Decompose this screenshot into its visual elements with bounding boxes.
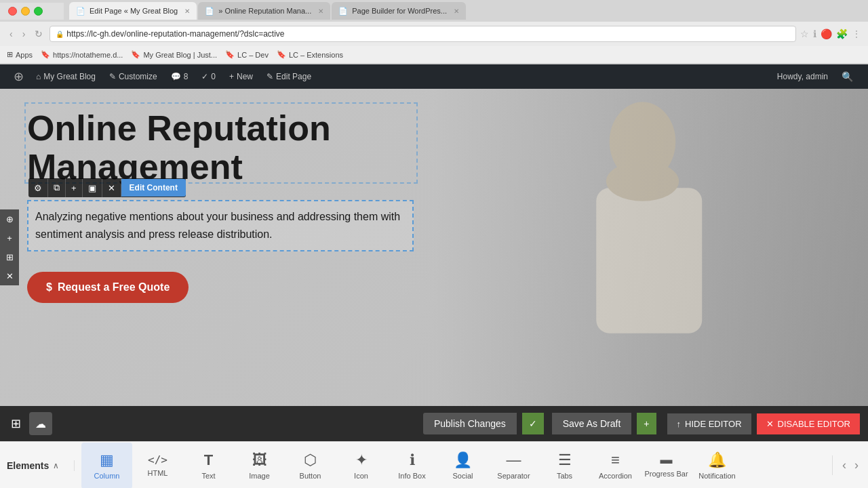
left-ctrl-grid[interactable]: ⊞ — [0, 247, 19, 266]
admin-search-button[interactable]: 🔍 — [835, 71, 860, 82]
element-html[interactable]: </> HTML — [132, 443, 183, 489]
panel-next-button[interactable]: › — [852, 455, 861, 475]
lcext-icon: 🔖 — [277, 50, 286, 59]
panel-prev-button[interactable]: ‹ — [840, 455, 849, 475]
element-icon[interactable]: ✦ Icon — [336, 443, 387, 489]
toolbar-settings-btn[interactable]: ⚙ — [28, 179, 48, 197]
element-accordion[interactable]: ≡ Accordion — [590, 443, 641, 489]
hide-editor-button[interactable]: ↑ HIDE EDITOR — [667, 413, 751, 434]
element-tabs[interactable]: ☰ Tabs — [539, 443, 590, 489]
publish-changes-button[interactable]: Publish Changes — [423, 413, 517, 434]
svg-rect-1 — [596, 188, 702, 333]
traffic-light-red[interactable] — [8, 7, 17, 16]
admin-bar-pending[interactable]: ✓ 0 — [195, 64, 222, 89]
toolbar-add-btn[interactable]: + — [66, 179, 83, 197]
apps-icon: ⊞ — [7, 50, 13, 59]
pending-count: 0 — [211, 72, 216, 81]
disable-editor-button[interactable]: ✕ DISABLE EDITOR — [757, 413, 860, 434]
howdy-text: Howdy, admin — [770, 72, 835, 81]
bookmark-apps[interactable]: ⊞ Apps — [7, 50, 33, 59]
cta-label: Request a Free Quote — [58, 281, 170, 293]
back-button[interactable]: ‹ — [7, 27, 16, 41]
admin-bar-new[interactable]: + New — [222, 64, 260, 89]
tab-close-3[interactable]: ✕ — [454, 7, 459, 15]
hide-editor-icon: ↑ — [677, 419, 682, 429]
element-image[interactable]: 🖼 Image — [234, 443, 285, 489]
bookmark-notatheme[interactable]: 🔖 https://notatheme.d... — [41, 50, 123, 59]
element-notification[interactable]: 🔔 Notification — [692, 443, 743, 489]
toolbar-layout-btn[interactable]: ▣ — [83, 179, 102, 197]
extension-icon[interactable]: 🔴 — [821, 28, 832, 39]
cta-icon: $ — [46, 281, 52, 293]
admin-bar-site[interactable]: ⌂ My Great Blog — [29, 64, 102, 89]
bookmark-lcext[interactable]: 🔖 LC – Extensions — [277, 50, 343, 59]
progressbar-icon: ▬ — [660, 453, 673, 467]
extensions-button[interactable]: 🧩 — [836, 28, 848, 39]
text-element[interactable]: ⚙ ⧉ + ▣ ✕ Edit Content Analyzing negativ… — [27, 200, 414, 251]
image-icon: 🖼 — [252, 451, 267, 469]
save-draft-button[interactable]: Save As Draft — [552, 413, 632, 434]
refresh-button[interactable]: ↻ — [32, 27, 45, 41]
publish-confirm-button[interactable]: ✓ — [522, 413, 544, 434]
admin-bar-comments[interactable]: 💬 8 — [164, 64, 195, 89]
forward-button[interactable]: › — [20, 27, 28, 41]
edit-content-button[interactable]: Edit Content — [121, 179, 186, 197]
tab-close-1[interactable]: ✕ — [184, 7, 190, 15]
traffic-light-green[interactable] — [34, 7, 43, 16]
element-text[interactable]: T Text — [183, 443, 234, 489]
page-builder-area: ⊕ + ⊞ ✕ Online Reputation Management ⚙ ⧉… — [0, 89, 868, 406]
hero-content: Online Reputation Management ⚙ ⧉ + ▣ ✕ E… — [0, 89, 441, 323]
tab-close-2[interactable]: ✕ — [318, 7, 323, 15]
html-label: HTML — [148, 469, 168, 477]
element-social[interactable]: 👤 Social — [437, 443, 488, 489]
element-button[interactable]: ⬡ Button — [285, 443, 336, 489]
home-icon: ⌂ — [36, 72, 41, 81]
browser-tab-1[interactable]: 📄 Edit Page « My Great Blog ✕ — [69, 2, 197, 20]
admin-bar-editpage[interactable]: ✎ Edit Page — [260, 64, 318, 89]
tabs-icon: ☰ — [558, 451, 572, 469]
column-label: Column — [94, 472, 120, 480]
edit-icon: ✎ — [267, 72, 273, 81]
toolbar-delete-btn[interactable]: ✕ — [102, 179, 121, 197]
hide-editor-label: HIDE EDITOR — [685, 419, 742, 429]
lcdev-icon: 🔖 — [225, 50, 235, 59]
menu-button[interactable]: ⋮ — [852, 28, 861, 39]
tab-label-2: » Online Reputation Mana... — [218, 7, 311, 15]
pb-cloud-button[interactable]: ☁ — [29, 412, 52, 435]
text-label: Text — [201, 472, 215, 480]
bookmark-lcdev-label: LC – Dev — [237, 51, 269, 59]
toolbar-duplicate-btn[interactable]: ⧉ — [48, 178, 66, 197]
info-button[interactable]: ℹ — [813, 28, 816, 39]
window-expand — [47, 7, 56, 16]
elements-header: Elements ∧ — [7, 460, 75, 471]
element-infobox[interactable]: ℹ Info Box — [387, 443, 437, 489]
comments-icon: 💬 — [171, 72, 181, 81]
traffic-light-yellow[interactable] — [21, 7, 30, 16]
browser-tab-2[interactable]: 📄 » Online Reputation Mana... ✕ — [198, 2, 330, 20]
save-draft-confirm-button[interactable]: + — [637, 413, 656, 434]
bookmark-button[interactable]: ☆ — [800, 28, 809, 39]
notification-label: Notification — [698, 472, 735, 480]
element-progressbar[interactable]: ▬ Progress Bar — [641, 443, 692, 489]
left-ctrl-add[interactable]: + — [0, 228, 19, 247]
wp-logo-icon[interactable]: ⊕ — [8, 69, 29, 84]
bookmark-lcdev[interactable]: 🔖 LC – Dev — [225, 50, 269, 59]
bookmark-apps-label: Apps — [16, 51, 33, 59]
left-ctrl-close[interactable]: ✕ — [0, 266, 19, 285]
element-separator[interactable]: — Separator — [488, 443, 539, 489]
cta-button[interactable]: $ Request a Free Quote — [27, 272, 189, 303]
disable-editor-icon: ✕ — [766, 419, 774, 429]
element-column[interactable]: ▦ Column — [81, 443, 132, 489]
admin-bar-right: Howdy, admin 🔍 — [770, 71, 860, 82]
svg-point-2 — [606, 161, 679, 201]
address-bar[interactable]: 🔒 https://lc-gh.dev/online-reputation-ma… — [50, 26, 796, 42]
text-icon: T — [204, 451, 213, 469]
html-icon: </> — [148, 453, 167, 466]
browser-tab-3[interactable]: 📄 Page Builder for WordPres... ✕ — [332, 2, 466, 20]
elements-toggle-button[interactable]: ∧ — [53, 461, 59, 470]
bookmark-myblog[interactable]: 🔖 My Great Blog | Just... — [131, 50, 217, 59]
tabs-label: Tabs — [557, 472, 572, 480]
left-ctrl-move[interactable]: ⊕ — [0, 209, 19, 228]
admin-bar-customize[interactable]: ✎ Customize — [102, 64, 164, 89]
pb-grid-icon[interactable]: ⊞ — [8, 413, 24, 434]
